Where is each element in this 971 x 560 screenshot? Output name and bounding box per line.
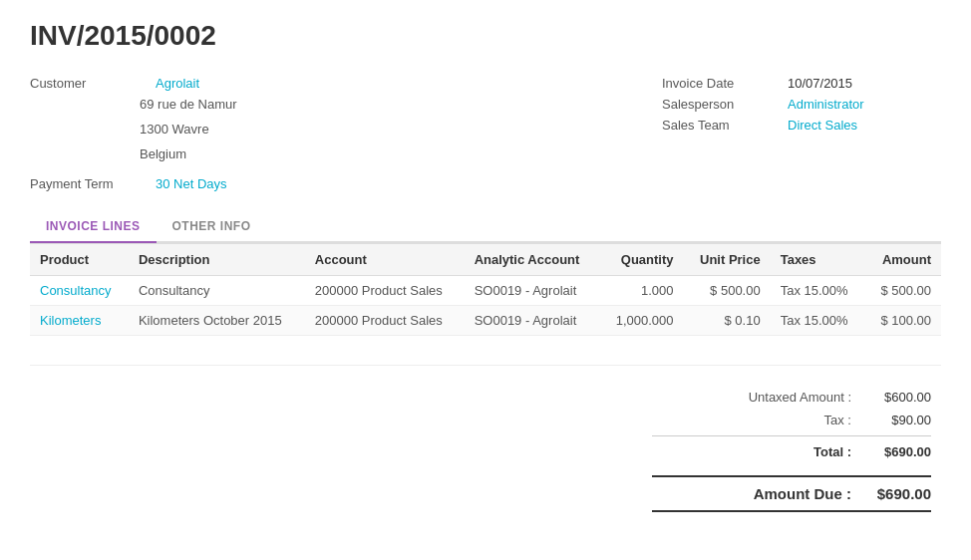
row2-description: Kilometers October 2015 — [129, 306, 305, 336]
tax-value: $90.00 — [851, 413, 931, 427]
total-label: Total : — [652, 444, 851, 459]
salesperson-label: Salesperson — [662, 97, 772, 112]
col-product: Product — [30, 244, 129, 276]
col-analytic-account: Analytic Account — [465, 244, 600, 276]
table-row: Kilometers Kilometers October 2015 20000… — [30, 306, 941, 336]
customer-label: Customer — [30, 76, 140, 91]
invoice-lines-table: Product Description Account Analytic Acc… — [30, 243, 941, 366]
row2-quantity: 1,000.000 — [599, 306, 683, 336]
amount-due-label: Amount Due : — [652, 485, 851, 502]
empty-row — [30, 336, 941, 366]
address-line1: 69 rue de Namur — [140, 95, 237, 116]
row1-product[interactable]: Consultancy — [30, 276, 129, 306]
payment-term-value[interactable]: 30 Net Days — [156, 176, 227, 191]
col-amount: Amount — [865, 244, 941, 276]
row2-amount: $ 100.00 — [865, 306, 941, 336]
sales-team-value[interactable]: Direct Sales — [788, 118, 857, 133]
row1-taxes: Tax 15.00% — [771, 276, 865, 306]
col-account: Account — [305, 244, 465, 276]
row2-product[interactable]: Kilometers — [30, 306, 129, 336]
salesperson-value[interactable]: Administrator — [788, 97, 864, 112]
row2-account: 200000 Product Sales — [305, 306, 465, 336]
invoice-date-label: Invoice Date — [662, 76, 772, 91]
untaxed-label: Untaxed Amount : — [652, 390, 851, 405]
tax-label: Tax : — [652, 413, 851, 427]
customer-name[interactable]: Agrolait — [156, 76, 199, 91]
address-line3: Belgium — [140, 144, 237, 165]
invoice-date-value: 10/07/2015 — [788, 76, 852, 91]
amount-due-value: $690.00 — [851, 485, 931, 502]
col-taxes: Taxes — [771, 244, 865, 276]
tab-invoice-lines[interactable]: INVOICE LINES — [30, 211, 157, 243]
tabs-container: INVOICE LINES OTHER INFO — [30, 211, 941, 243]
row1-analytic-account: SO0019 - Agrolait — [465, 276, 600, 306]
col-description: Description — [129, 244, 305, 276]
row1-quantity: 1.000 — [599, 276, 683, 306]
address-line2: 1300 Wavre — [140, 120, 237, 140]
invoice-title: INV/2015/0002 — [30, 20, 941, 52]
row1-description: Consultancy — [129, 276, 305, 306]
total-value: $690.00 — [851, 444, 931, 459]
payment-term-label: Payment Term — [30, 176, 140, 191]
totals-section: Untaxed Amount : $600.00 Tax : $90.00 To… — [30, 386, 941, 512]
row2-unit-price: $ 0.10 — [684, 306, 771, 336]
row2-analytic-account: SO0019 - Agrolait — [465, 306, 600, 336]
untaxed-value: $600.00 — [851, 390, 931, 405]
sales-team-label: Sales Team — [662, 118, 772, 133]
row1-amount: $ 500.00 — [865, 276, 941, 306]
tab-other-info[interactable]: OTHER INFO — [157, 211, 267, 241]
row2-taxes: Tax 15.00% — [771, 306, 865, 336]
row1-unit-price: $ 500.00 — [684, 276, 771, 306]
row1-account: 200000 Product Sales — [305, 276, 465, 306]
table-row: Consultancy Consultancy 200000 Product S… — [30, 276, 941, 306]
col-quantity: Quantity — [599, 244, 683, 276]
col-unit-price: Unit Price — [684, 244, 771, 276]
